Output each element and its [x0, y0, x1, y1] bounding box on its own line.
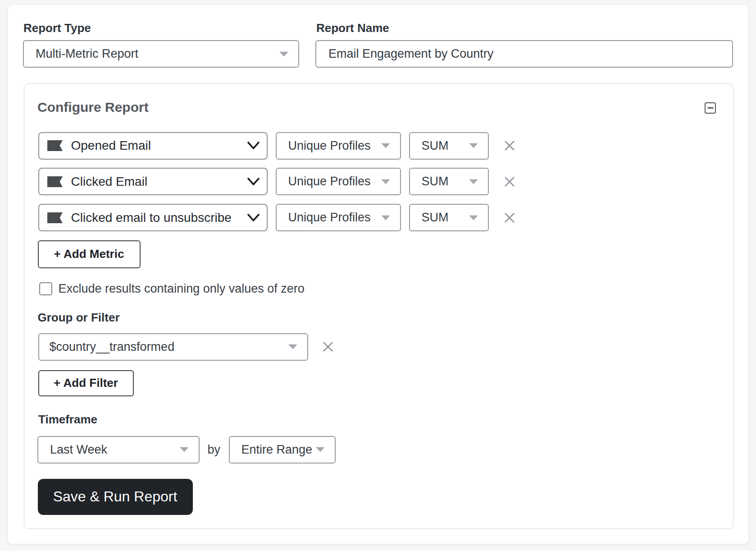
measurement-value: Unique Profiles [288, 174, 371, 188]
timeframe-interval-select[interactable]: Entire Range [229, 436, 336, 464]
chevron-down-icon [247, 177, 260, 186]
dropdown-caret-icon [469, 179, 478, 184]
metric-row: Opened Email Unique Profiles SUM [24, 132, 733, 160]
timeframe-range-value: Last Week [50, 443, 107, 457]
dropdown-caret-icon [288, 344, 297, 349]
remove-metric-icon[interactable] [504, 176, 515, 188]
exclude-zero-label: Exclude results containing only values o… [59, 282, 305, 296]
collapse-panel-button[interactable] [705, 102, 716, 114]
dropdown-caret-icon [180, 447, 189, 452]
report-name-input[interactable]: Email Engagement by Country [315, 40, 733, 68]
group-or-filter-label: Group or Filter [38, 311, 120, 324]
configure-report-panel: Configure Report Opened Email Unique Pro… [24, 83, 733, 529]
aggregation-select[interactable]: SUM [409, 132, 489, 160]
timeframe-row: Last Week by Entire Range [24, 436, 733, 464]
report-name-value: Email Engagement by Country [328, 47, 493, 61]
remove-metric-icon[interactable] [504, 212, 515, 224]
metric-flag-icon [47, 212, 63, 223]
measurement-value: Unique Profiles [288, 211, 371, 225]
metric-row: Clicked Email Unique Profiles SUM [24, 168, 733, 195]
measurement-select[interactable]: Unique Profiles [276, 132, 401, 160]
add-metric-button[interactable]: + Add Metric [38, 240, 141, 268]
report-type-value: Multi-Metric Report [36, 47, 138, 61]
dropdown-caret-icon [381, 215, 390, 220]
aggregation-value: SUM [422, 174, 449, 188]
dropdown-caret-icon [316, 447, 325, 452]
metric-name: Clicked email to unsubscribe [71, 211, 232, 225]
dropdown-caret-icon [381, 179, 390, 184]
remove-metric-icon[interactable] [504, 140, 515, 152]
metric-select[interactable]: Clicked email to unsubscribe [38, 204, 268, 231]
metric-select[interactable]: Clicked Email [38, 168, 268, 195]
report-type-select[interactable]: Multi-Metric Report [23, 40, 299, 68]
measurement-select[interactable]: Unique Profiles [276, 204, 401, 231]
timeframe-label: Timeframe [38, 413, 97, 426]
add-filter-button[interactable]: + Add Filter [38, 370, 134, 396]
group-or-filter-value: $country__transformed [50, 340, 175, 354]
report-builder-card: Report Type Multi-Metric Report Report N… [7, 5, 749, 544]
chevron-down-icon [247, 142, 260, 150]
exclude-zero-checkbox[interactable] [39, 282, 52, 295]
save-and-run-report-button[interactable]: Save & Run Report [38, 479, 193, 515]
dropdown-caret-icon [469, 215, 478, 220]
metric-flag-icon [47, 140, 63, 151]
timeframe-range-select[interactable]: Last Week [37, 436, 200, 464]
aggregation-select[interactable]: SUM [409, 168, 489, 195]
dropdown-caret-icon [279, 51, 288, 56]
minus-icon [707, 107, 713, 109]
aggregation-value: SUM [422, 139, 449, 153]
configure-report-title: Configure Report [37, 99, 149, 115]
measurement-select[interactable]: Unique Profiles [276, 168, 401, 195]
aggregation-value: SUM [422, 211, 449, 225]
aggregation-select[interactable]: SUM [409, 204, 489, 231]
report-name-label: Report Name [316, 21, 389, 35]
dropdown-caret-icon [469, 143, 478, 148]
metric-name: Clicked Email [71, 174, 148, 189]
metric-select[interactable]: Opened Email [38, 132, 268, 160]
timeframe-by-label: by [208, 443, 221, 457]
chevron-down-icon [247, 213, 260, 222]
group-or-filter-select[interactable]: $country__transformed [38, 333, 308, 361]
metric-row: Clicked email to unsubscribe Unique Prof… [24, 204, 733, 231]
metric-name: Opened Email [71, 138, 151, 153]
dropdown-caret-icon [381, 143, 390, 148]
metric-flag-icon [47, 176, 63, 187]
measurement-value: Unique Profiles [288, 139, 371, 153]
report-type-label: Report Type [23, 21, 91, 35]
timeframe-interval-value: Entire Range [241, 443, 313, 457]
exclude-zero-row: Exclude results containing only values o… [39, 282, 305, 296]
remove-filter-icon[interactable] [322, 341, 334, 353]
